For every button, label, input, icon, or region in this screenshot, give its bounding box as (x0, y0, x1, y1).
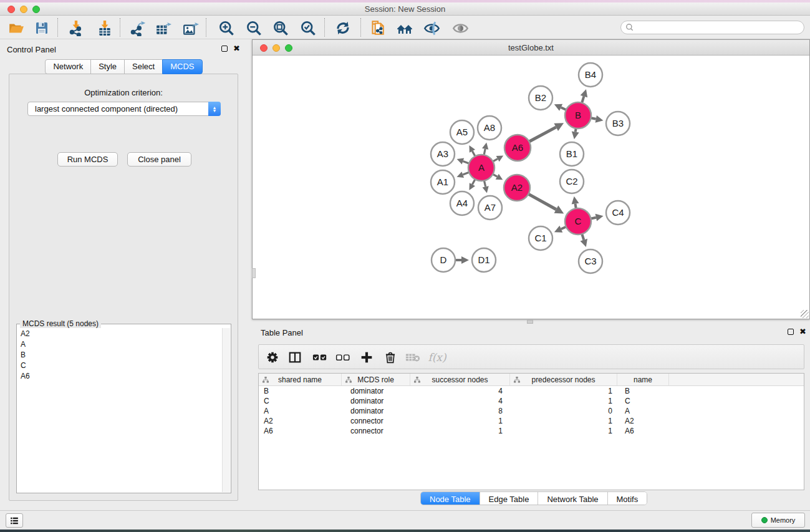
mcds-result-item[interactable]: A2 (17, 328, 221, 339)
tab-style[interactable]: Style (90, 59, 125, 74)
memory-button[interactable]: Memory (751, 513, 805, 528)
splitter-handle-bottom[interactable] (527, 320, 533, 324)
cell-name[interactable]: B (617, 387, 669, 395)
memory-status-icon (761, 517, 768, 523)
column-header-MCDS-role[interactable]: MCDS role (342, 374, 410, 385)
gear-icon[interactable] (264, 349, 281, 365)
first-neighbors-icon[interactable] (395, 19, 414, 37)
mcds-result-item[interactable]: C (17, 360, 221, 370)
cell-MCDS-role[interactable]: connector (342, 427, 410, 435)
tab-select[interactable]: Select (124, 59, 163, 74)
cell-shared-name[interactable]: A6 (259, 427, 342, 435)
cell-successor-nodes[interactable]: 1 (410, 427, 510, 435)
cell-MCDS-role[interactable]: connector (342, 417, 410, 425)
table-row[interactable]: Adominator80A (259, 406, 804, 416)
tab-network[interactable]: Network (45, 59, 91, 74)
cell-name[interactable]: C (617, 397, 669, 405)
node-table[interactable]: shared nameMCDS rolesuccessor nodesprede… (258, 373, 804, 490)
float-panel-icon[interactable] (221, 46, 228, 52)
column-header-name[interactable]: name (617, 374, 669, 385)
tab-mcds[interactable]: MCDS (162, 59, 202, 74)
cell-successor-nodes[interactable]: 4 (410, 387, 510, 395)
tab-network-table[interactable]: Network Table (538, 492, 607, 505)
deselect-all-icon[interactable] (334, 349, 352, 365)
save-session-icon[interactable] (32, 19, 51, 37)
clone-network-icon[interactable] (368, 19, 387, 37)
cell-predecessor-nodes[interactable]: 1 (510, 387, 617, 395)
column-header-predecessor-nodes[interactable]: predecessor nodes (510, 374, 617, 385)
zoom-window-button[interactable] (32, 6, 40, 13)
column-header-shared-name[interactable]: shared name (259, 374, 342, 385)
app-titlebar: Session: New Session (0, 2, 810, 16)
select-all-icon[interactable] (311, 349, 329, 365)
search-field[interactable] (620, 21, 804, 34)
zoom-fit-icon[interactable] (271, 19, 290, 37)
network-window-titlebar[interactable]: testGlobe.txt (253, 40, 809, 56)
show-details-icon[interactable] (451, 19, 470, 37)
result-scrollbar[interactable] (222, 328, 230, 492)
edge-A2-C[interactable] (528, 193, 556, 210)
cell-predecessor-nodes[interactable]: 1 (510, 427, 617, 435)
mcds-result-item[interactable]: A6 (17, 370, 221, 381)
cell-predecessor-nodes[interactable]: 0 (510, 407, 617, 415)
cell-shared-name[interactable]: B (259, 387, 342, 395)
cell-MCDS-role[interactable]: dominator (342, 397, 410, 405)
network-canvas[interactable]: B4B2BB3A8A5A6A3B1AC2A1A2A4A7C4CC1C3DD1 (253, 56, 809, 319)
cell-shared-name[interactable]: A (259, 407, 342, 415)
close-panel-button[interactable]: Close panel (127, 152, 191, 167)
tab-motifs[interactable]: Motifs (608, 492, 647, 505)
mcds-result-item[interactable]: B (17, 349, 221, 360)
hide-details-icon[interactable] (422, 19, 441, 37)
cell-successor-nodes[interactable]: 8 (410, 407, 510, 415)
table-row[interactable]: Cdominator41C (259, 396, 804, 406)
cell-MCDS-role[interactable]: dominator (342, 387, 410, 395)
float-table-panel-icon[interactable] (788, 329, 794, 335)
table-row[interactable]: Bdominator41B (259, 386, 804, 396)
refresh-icon[interactable] (334, 19, 352, 37)
export-image-icon[interactable] (181, 19, 200, 37)
close-panel-icon[interactable]: ✖ (233, 46, 240, 52)
import-network-icon[interactable] (67, 19, 85, 37)
cell-successor-nodes[interactable]: 1 (410, 417, 510, 425)
cell-shared-name[interactable]: C (259, 397, 342, 405)
network-zoom-button[interactable] (285, 44, 292, 52)
cell-name[interactable]: A2 (617, 417, 669, 425)
open-file-icon[interactable] (7, 19, 26, 37)
splitter-handle-left[interactable] (252, 268, 256, 278)
cell-name[interactable]: A6 (617, 427, 669, 435)
criterion-dropdown[interactable]: largest connected component (directed) ▲… (27, 102, 221, 116)
export-network-icon[interactable] (128, 19, 147, 37)
zoom-out-icon[interactable] (244, 19, 263, 37)
delete-icon[interactable] (382, 349, 399, 365)
task-history-button[interactable] (6, 513, 23, 528)
cell-predecessor-nodes[interactable]: 1 (510, 417, 617, 425)
mcds-result-list[interactable]: A2ABCA6 (17, 328, 221, 492)
column-header-successor-nodes[interactable]: successor nodes (410, 374, 510, 385)
table-row[interactable]: A6connector11A6 (259, 426, 804, 436)
columns-icon[interactable] (286, 349, 304, 365)
tab-edge-table[interactable]: Edge Table (480, 492, 539, 505)
cell-shared-name[interactable]: A2 (259, 417, 342, 425)
search-input[interactable] (634, 22, 804, 33)
zoom-selected-icon[interactable] (299, 19, 317, 37)
window-resize-grip[interactable] (801, 310, 809, 318)
close-table-panel-icon[interactable]: ✖ (799, 329, 806, 335)
table-row[interactable]: A2connector11A2 (259, 416, 804, 426)
minimize-window-button[interactable] (20, 6, 27, 13)
network-graph[interactable]: B4B2BB3A8A5A6A3B1AC2A1A2A4A7C4CC1C3DD1 (253, 56, 809, 319)
network-close-button[interactable] (260, 44, 268, 52)
network-minimize-button[interactable] (272, 44, 280, 52)
run-mcds-button[interactable]: Run MCDS (57, 152, 118, 167)
cell-predecessor-nodes[interactable]: 1 (510, 397, 617, 405)
add-icon[interactable] (358, 349, 375, 365)
close-window-button[interactable] (7, 6, 15, 13)
edge-A6-B[interactable] (528, 127, 556, 142)
export-table-icon[interactable] (154, 19, 173, 37)
tab-node-table[interactable]: Node Table (421, 492, 480, 505)
cell-successor-nodes[interactable]: 4 (410, 397, 510, 405)
zoom-in-icon[interactable] (217, 19, 236, 37)
import-table-icon[interactable] (95, 19, 114, 37)
cell-name[interactable]: A (617, 407, 669, 415)
cell-MCDS-role[interactable]: dominator (342, 407, 410, 415)
mcds-result-item[interactable]: A (17, 339, 221, 349)
